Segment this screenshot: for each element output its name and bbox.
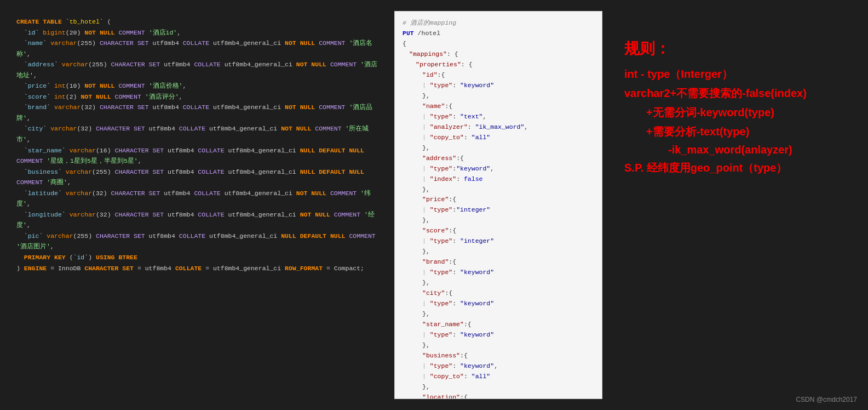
rule-line-6: S.P. 经纬度用geo_point（type） <box>624 161 846 175</box>
rules-title: 规则： <box>624 38 846 59</box>
watermark: CSDN @cmdch2017 <box>796 396 857 403</box>
rule-line-2: varchar2+不需要搜索的-false(index) <box>624 86 846 101</box>
rules-panel: 规则： int - type（Interger） varchar2+不需要搜索的… <box>613 11 857 399</box>
rule-line-5: -ik_max_word(anlayzer) <box>624 144 846 156</box>
rule-line-1: int - type（Interger） <box>624 67 846 82</box>
json-panel: # 酒店的mapping PUT /hotel { "mappings": { … <box>394 11 602 399</box>
rule-line-4: +需要分析-text(type) <box>624 124 846 139</box>
sql-panel: CREATE TABLE `tb_hotel` ( `id` bigint(20… <box>11 11 383 399</box>
rule-line-3: +无需分词-keyword(type) <box>624 105 846 120</box>
